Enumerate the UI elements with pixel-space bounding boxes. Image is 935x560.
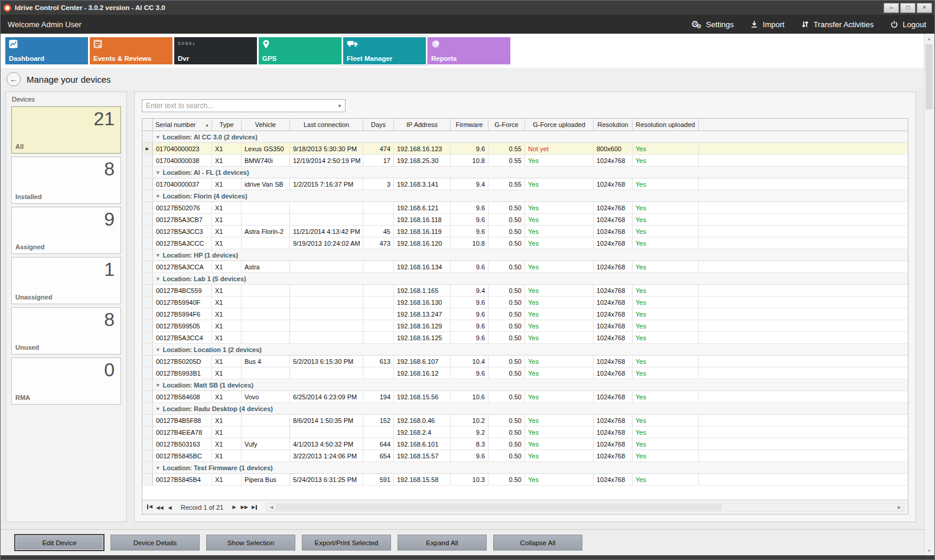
table-row[interactable]: 00127B5994F6X1192.168.13.2479.60.50Yes10… (142, 308, 908, 320)
table-row[interactable]: 00127B5845B4X1Pipera Bus5/24/2013 6:31:2… (142, 474, 908, 486)
menu-action-import[interactable]: Import (750, 20, 784, 29)
group-row[interactable]: ▾Location: HP (1 devices) (142, 249, 908, 261)
table-row[interactable]: 00127B5A3CB7X1192.168.16.1189.60.50Yes10… (142, 214, 908, 226)
device-filter-assigned[interactable]: 9Assigned (11, 207, 121, 254)
cell-g-force: 0.50 (488, 332, 525, 343)
table-row[interactable]: 00127B4BC559X1192.168.1.1659.40.50Yes102… (142, 285, 908, 297)
horizontal-scroll-track[interactable] (276, 503, 895, 511)
column-header-g-force[interactable]: G-Force (488, 119, 525, 131)
column-header-days[interactable]: Days (363, 119, 394, 131)
device-filter-all[interactable]: 21All (11, 106, 121, 154)
tab-dvr[interactable]: DEBELDvr (174, 37, 257, 64)
table-row[interactable]: 00127B502076X1192.168.6.1219.60.50Yes102… (142, 202, 908, 214)
horizontal-scroll-thumb[interactable] (276, 504, 721, 510)
table-row[interactable]: 00127B4B5F88X18/6/2014 1:50:35 PM152192.… (142, 415, 908, 426)
scroll-up-icon[interactable]: ▲ (924, 34, 934, 43)
tab-fleet-manager[interactable]: Fleet Manager (343, 37, 426, 64)
scroll-right-icon[interactable]: ▶ (895, 505, 904, 510)
column-header-serial-number[interactable]: Serial number▲ (153, 119, 212, 131)
menu-action-logout[interactable]: Logout (890, 20, 926, 29)
device-filter-rma[interactable]: 0RMA (11, 357, 121, 405)
cell-firmware: 9.6 (451, 308, 488, 320)
table-row[interactable]: 00127B5A3CCCX19/19/2013 10:24:02 AM47319… (142, 237, 908, 249)
column-header-resolution-uploaded[interactable]: Resolution uploaded (633, 119, 699, 131)
group-header-content: ▾Location: Location 1 (2 devices) (153, 344, 262, 355)
device-details-button[interactable]: Device Details (110, 535, 200, 551)
group-row[interactable]: ▾Location: Al - FL (1 devices) (142, 167, 908, 178)
column-header-vehicle[interactable]: Vehicle (242, 119, 290, 131)
collapse-all-button[interactable]: Collapse All (493, 535, 582, 551)
group-row[interactable]: ▾Location: Lab 1 (5 devices) (142, 273, 908, 285)
group-row[interactable]: ▾Location: Test Firmware (1 devices) (142, 462, 908, 474)
table-row[interactable]: 00127B5845BCX13/22/2013 1:24:06 PM654192… (142, 450, 908, 462)
group-label: Location: Al CC 3.0 (2 devices) (163, 134, 258, 141)
pager-next-button[interactable]: ▶ (229, 503, 239, 512)
cell-serial: 00127B502076 (153, 202, 212, 213)
cell-resolution-uploaded: Yes (633, 332, 699, 343)
pager-next-page-button[interactable]: ▶▶ (239, 503, 249, 512)
tab-dashboard[interactable]: Dashboard (5, 37, 88, 64)
row-filler (699, 332, 908, 343)
export-print-selected-button[interactable]: Export/Print Selected (302, 535, 391, 551)
minimize-button[interactable]: – (884, 3, 899, 13)
table-row[interactable]: 00127B5A3CC3X1Astra Florin-211/21/2014 4… (142, 226, 908, 237)
tab-events-reviews[interactable]: Events & Reviews (90, 37, 172, 64)
back-button[interactable]: ← (6, 72, 21, 86)
table-row[interactable]: 00127B50205DX1Bus 45/2/2013 6:15:30 PM61… (142, 356, 908, 367)
dropdown-arrow-icon[interactable]: ▼ (334, 103, 345, 109)
column-header-last-connection[interactable]: Last connection (290, 119, 363, 131)
table-row[interactable]: 00127B584608X1Vovo6/25/2014 6:23:09 PM19… (142, 391, 908, 403)
cell-g-force-uploaded: Yes (525, 474, 594, 485)
table-row[interactable]: ▶017040000023X1Lexus GS3509/18/2013 5:30… (142, 143, 908, 155)
show-selection-button[interactable]: Show Selection (206, 535, 295, 551)
group-row[interactable]: ▾Location: Location 1 (2 devices) (142, 344, 908, 356)
maximize-button[interactable]: □ (900, 3, 916, 13)
location-pin-icon (262, 40, 270, 50)
close-button[interactable]: × (917, 3, 932, 13)
group-row[interactable]: ▾Location: Florin (4 devices) (142, 190, 908, 202)
table-row[interactable]: 00127B5A3CCAX1Astra192.168.16.1349.60.50… (142, 261, 908, 273)
vertical-scroll-thumb[interactable] (926, 44, 933, 109)
table-row[interactable]: 00127B503163X1Vufy4/1/2013 4:50:32 PM644… (142, 438, 908, 450)
cell-resolution-uploaded: Yes (633, 285, 699, 296)
horizontal-scrollbar[interactable]: ◀ ▶ (266, 503, 904, 512)
group-row[interactable]: ▾Location: Radu Desktop (4 devices) (142, 403, 908, 415)
device-filter-unused[interactable]: 8Unused (11, 307, 121, 354)
menu-action-settings[interactable]: ⚙⚙Settings (691, 20, 734, 29)
table-row[interactable]: 00127B599505X1192.168.16.1299.60.50Yes10… (142, 320, 908, 332)
table-row[interactable]: 017040000037X1idrive Van SB1/2/2015 7:16… (142, 178, 908, 190)
table-row[interactable]: 00127B5A3CC4X1192.168.16.1259.60.50Yes10… (142, 332, 908, 344)
pager-first-button[interactable]: ◀ (145, 502, 155, 512)
row-indicator-cell (142, 297, 153, 308)
pager-prev-button[interactable]: ◀ (165, 503, 175, 512)
group-row[interactable]: ▾Location: Al CC 3.0 (2 devices) (142, 131, 908, 143)
device-filter-unassigned[interactable]: 1Unassigned (11, 257, 121, 304)
debel-logo-icon: DEBEL (178, 41, 196, 45)
vertical-scrollbar[interactable]: ▲ ▼ (924, 34, 934, 555)
search-input[interactable] (142, 102, 334, 110)
column-header-ip-address[interactable]: IP Address (394, 119, 451, 131)
menu-action-transfer-activities[interactable]: Transfer Activities (801, 20, 874, 29)
column-header-type[interactable]: Type (212, 119, 242, 131)
device-filter-installed[interactable]: 8Installed (11, 157, 121, 204)
table-row[interactable]: 017040000038X1BMW740i12/19/2014 2:50:19 … (142, 155, 908, 167)
row-indicator-cell (142, 214, 153, 225)
expand-all-button[interactable]: Expand All (398, 535, 487, 551)
table-row[interactable]: 00127B4EEA78X1192.168.2.49.20.50Yes1024x… (142, 426, 908, 438)
column-header-g-force-uploaded[interactable]: G-Force uploaded (525, 119, 594, 131)
tab-gps[interactable]: GPS (259, 37, 341, 64)
table-row[interactable]: 00127B59940FX1192.168.16.1309.60.50Yes10… (142, 297, 908, 308)
cell-serial: 00127B4EEA78 (153, 426, 212, 438)
tab-reports[interactable]: Reports (428, 37, 510, 64)
column-header-resolution[interactable]: Resolution (594, 119, 633, 131)
pager-last-button[interactable]: ▶ (249, 503, 259, 512)
scroll-left-icon[interactable]: ◀ (267, 505, 276, 510)
table-row[interactable]: 00127B5993B1X1192.168.16.129.60.50Yes102… (142, 367, 908, 379)
cell-days (363, 297, 394, 308)
column-header-firmware[interactable]: Firmware (451, 119, 488, 131)
pager-prev-page-button[interactable]: ◀◀ (155, 503, 165, 512)
edit-device-button[interactable]: Edit Device (15, 535, 104, 551)
tab-label: Dashboard (9, 55, 44, 62)
group-row[interactable]: ▾Location: Matt SB (1 devices) (142, 379, 908, 391)
scroll-down-icon[interactable]: ▼ (924, 546, 934, 555)
